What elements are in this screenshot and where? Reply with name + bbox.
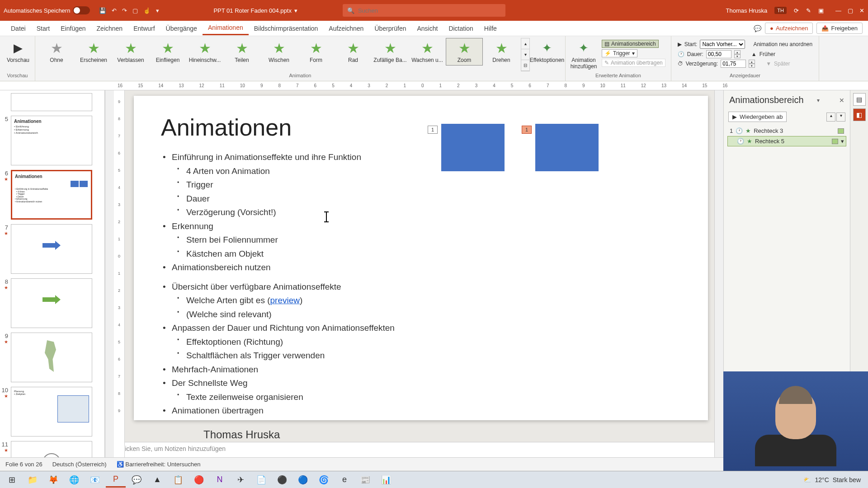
app-icon-3[interactable]: 🔴	[189, 472, 209, 488]
anim-einfliegen[interactable]: ★Einfliegen	[149, 38, 186, 66]
slide-thumb-8[interactable]	[11, 278, 92, 328]
redo-icon[interactable]: ↷	[122, 7, 127, 14]
qat-more-icon[interactable]: ▾	[156, 7, 159, 14]
tool-2[interactable]: ◧	[853, 108, 866, 121]
user-name[interactable]: Thomas Hruska	[726, 7, 768, 14]
edge-icon[interactable]: e	[335, 472, 354, 488]
start-button[interactable]: ⊞	[2, 472, 22, 488]
rectangle-5[interactable]	[535, 124, 599, 171]
tab-uebergaenge[interactable]: Übergänge	[160, 22, 203, 35]
autosave-toggle[interactable]: Automatisches Speichern	[4, 6, 90, 14]
move-down-button[interactable]: ▾	[836, 113, 845, 122]
accessibility[interactable]: ♿ Barrierefreiheit: Untersuchen	[117, 461, 201, 468]
save-icon[interactable]: 💾	[99, 7, 106, 14]
anim-hineinschweben[interactable]: ★Hineinschw...	[186, 38, 223, 66]
slide-count[interactable]: Folie 6 von 26	[5, 461, 42, 468]
app-icon-6[interactable]: 🌀	[314, 472, 334, 488]
notes-area[interactable]: Klicken Sie, um Notizen hinzuzufügen	[114, 442, 714, 457]
chrome-icon[interactable]: 🌐	[64, 472, 84, 488]
slide-content[interactable]: Einführung in Animationseffekte und ihre…	[161, 151, 681, 418]
anim-wachsen[interactable]: ★Wachsen u...	[409, 38, 446, 66]
earlier-button[interactable]: Früher	[760, 51, 775, 57]
anim-erscheinen[interactable]: ★Erscheinen	[75, 38, 112, 66]
anim-drehen[interactable]: ★Drehen	[483, 38, 520, 66]
powerpoint-icon[interactable]: P	[106, 472, 126, 488]
touch-icon[interactable]: ☝	[143, 7, 151, 14]
anim-rad[interactable]: ★Rad	[335, 38, 372, 66]
add-animation-button[interactable]: ✦ Animation hinzufügen	[568, 38, 599, 70]
tab-start[interactable]: Start	[31, 22, 56, 35]
trigger-button[interactable]: ⚡Trigger ▾	[602, 49, 637, 57]
obs-icon[interactable]: ⚫	[272, 472, 292, 488]
explorer-icon[interactable]: 📁	[23, 472, 42, 488]
play-from-button[interactable]: ▶Wiedergeben ab	[728, 112, 787, 122]
search-input[interactable]	[358, 7, 501, 14]
outlook-icon[interactable]: 📧	[85, 472, 105, 488]
animation-pane-button[interactable]: ▤Animationsbereich	[602, 40, 659, 48]
anim-tag-2[interactable]: 1	[522, 126, 532, 134]
slide-thumb-6[interactable]: Animationen• Einführung in Animationseff…	[11, 170, 92, 220]
minimize-icon[interactable]: —	[835, 7, 841, 14]
animpane-dropdown-icon[interactable]: ▾	[817, 97, 820, 103]
anim-item-2[interactable]: 🕐★Rechteck 5▾	[727, 136, 846, 146]
weather-widget[interactable]: ⛅ 12°C Stark bew	[798, 476, 866, 483]
vlc-icon[interactable]: ▲	[147, 472, 167, 488]
delay-input[interactable]	[721, 60, 746, 68]
dauer-input[interactable]	[706, 50, 731, 58]
anim-tag-1[interactable]: 1	[428, 126, 438, 134]
slide-title[interactable]: Animationen	[161, 114, 681, 141]
effect-options-button[interactable]: ✦ Effektoptionen	[532, 38, 562, 71]
anim-ohne[interactable]: ★Ohne	[38, 38, 75, 66]
maximize-icon[interactable]: ▢	[848, 7, 853, 14]
app-icon-8[interactable]: 📊	[376, 472, 396, 488]
tab-einfuegen[interactable]: Einfügen	[55, 22, 91, 35]
close-icon[interactable]: ✕	[859, 7, 864, 14]
slide-author[interactable]: Thomas Hruska	[203, 428, 681, 441]
slide-thumbnails[interactable]: 5Animationen• Einführung• Erkennung• Ani…	[0, 90, 105, 457]
animpane-close-icon[interactable]: ✕	[839, 97, 844, 104]
anim-item-1[interactable]: 1🕐★Rechteck 3	[727, 126, 846, 136]
sync-icon[interactable]: ⟳	[794, 7, 799, 14]
tab-bildschirm[interactable]: Bildschirmpräsentation	[249, 22, 324, 35]
tool-1[interactable]: ▤	[853, 93, 866, 106]
user-badge[interactable]: TH	[774, 7, 787, 14]
tab-ueberpruefen[interactable]: Überprüfen	[369, 22, 411, 35]
move-up-button[interactable]: ▴	[826, 113, 835, 122]
slide-thumb-11[interactable]	[11, 441, 92, 457]
autosave-switch[interactable]	[73, 6, 90, 14]
tab-ansicht[interactable]: Ansicht	[411, 22, 443, 35]
draw-icon[interactable]: ✎	[806, 7, 811, 14]
app-icon-2[interactable]: 📋	[168, 472, 188, 488]
anim-verblassen[interactable]: ★Verblassen	[112, 38, 149, 66]
slide-thumb-9[interactable]	[11, 333, 92, 382]
gallery-scroll[interactable]: ▴▾⊟	[521, 38, 530, 71]
slide-thumb-7[interactable]	[11, 224, 92, 274]
slide[interactable]: Animationen Einführung in Animationseffe…	[134, 96, 708, 420]
start-select[interactable]: Nach Vorher...	[700, 40, 745, 49]
app-icon[interactable]: ▣	[818, 7, 824, 14]
app-icon-1[interactable]: 💬	[127, 472, 146, 488]
onenote-icon[interactable]: N	[210, 472, 230, 488]
slide-thumb-partial[interactable]	[11, 93, 92, 111]
tab-zeichnen[interactable]: Zeichnen	[91, 22, 128, 35]
preview-button[interactable]: ▶ Vorschau	[3, 38, 33, 63]
thumb-scrollbar[interactable]	[105, 90, 114, 457]
rectangle-3[interactable]	[441, 124, 505, 171]
app-icon-7[interactable]: 📰	[355, 472, 375, 488]
anim-zufaellig[interactable]: ★Zufällige Ba...	[372, 38, 409, 66]
firefox-icon[interactable]: 🦊	[43, 472, 63, 488]
anim-form[interactable]: ★Form	[297, 38, 335, 66]
anim-teilen[interactable]: ★Teilen	[223, 38, 260, 66]
anim-wischen[interactable]: ★Wischen	[260, 38, 297, 66]
tab-animationen[interactable]: Animationen	[203, 21, 249, 35]
tab-entwurf[interactable]: Entwurf	[128, 22, 160, 35]
chevron-down-icon[interactable]: ▾	[294, 7, 297, 14]
telegram-icon[interactable]: ✈	[231, 472, 250, 488]
tab-dictation[interactable]: Dictation	[443, 22, 478, 35]
share-button[interactable]: 📤Freigeben	[816, 23, 863, 34]
tab-hilfe[interactable]: Hilfe	[479, 22, 502, 35]
canvas-scrollbar[interactable]	[714, 90, 723, 457]
document-title[interactable]: PPT 01 Roter Faden 004.pptx ▾	[213, 7, 297, 14]
anim-zoom[interactable]: ★Zoom	[446, 38, 483, 66]
present-icon[interactable]: ▢	[132, 7, 138, 14]
